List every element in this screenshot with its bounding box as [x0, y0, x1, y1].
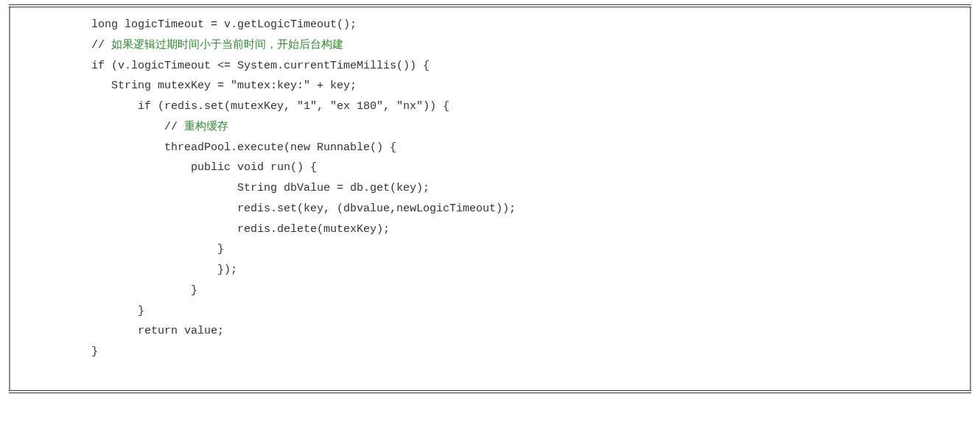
- code-line: String dbValue = db.get(key);: [91, 178, 970, 199]
- code-line: }: [91, 281, 970, 301]
- code-line: if (v.logicTimeout <= System.currentTime…: [91, 56, 970, 77]
- code-line: }: [91, 342, 970, 362]
- bottom-rule-1: [9, 390, 971, 391]
- code-box: long logicTimeout = v.getLogicTimeout();…: [9, 7, 971, 390]
- code-line: if (redis.set(mutexKey, "1", "ex 180", "…: [91, 96, 970, 117]
- comment-prefix: //: [91, 121, 184, 133]
- comment-prefix: //: [91, 39, 111, 52]
- comment-text: 如果逻辑过期时间小于当前时间，开始后台构建: [111, 39, 343, 52]
- code-line: redis.set(key, (dbvalue,newLogicTimeout)…: [91, 199, 970, 219]
- code-line: threadPool.execute(new Runnable() {: [91, 138, 970, 158]
- top-rule-1: [9, 4, 971, 5]
- code-line: long logicTimeout = v.getLogicTimeout();: [91, 15, 970, 35]
- code-line-comment: // 重构缓存: [91, 117, 970, 138]
- page-container: long logicTimeout = v.getLogicTimeout();…: [0, 0, 980, 433]
- code-line-comment: // 如果逻辑过期时间小于当前时间，开始后台构建: [91, 35, 970, 56]
- code-line: String mutexKey = "mutex:key:" + key;: [91, 76, 970, 96]
- code-line: return value;: [91, 321, 970, 342]
- code-line: });: [91, 260, 970, 281]
- bottom-rule-2: [9, 392, 971, 393]
- code-block: long logicTimeout = v.getLogicTimeout();…: [10, 13, 970, 364]
- code-line: redis.delete(mutexKey);: [91, 219, 970, 240]
- code-line: public void run() {: [91, 158, 970, 178]
- comment-text: 重构缓存: [184, 121, 228, 133]
- code-line: }: [91, 239, 970, 260]
- code-line: }: [91, 301, 970, 322]
